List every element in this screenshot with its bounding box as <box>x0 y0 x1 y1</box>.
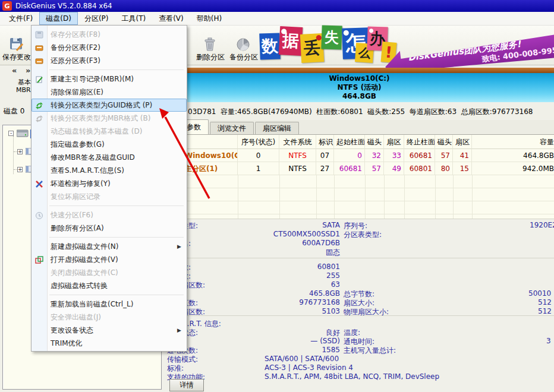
menubar-item-view[interactable]: 查看(V) <box>152 12 190 25</box>
menu-item-convert-to-mbr[interactable]: 转换分区表类型为MBR格式 (B) <box>32 112 187 125</box>
menu-item-close-virtual-disk-file[interactable]: 关闭虚拟磁盘文件(C) <box>32 266 187 279</box>
cell: NTFS <box>279 162 316 175</box>
details-button[interactable]: 详情 <box>169 379 204 391</box>
column-header[interactable]: 磁头 <box>365 135 384 149</box>
save-changes-label: 保存更改 <box>2 52 31 62</box>
menu-item-label: 保存分区表(F8) <box>51 30 100 39</box>
cell: 80 <box>435 162 453 175</box>
param-value: — (SSD) <box>202 337 340 345</box>
cell: 49 <box>384 162 404 175</box>
param-value: 1920E2 <box>530 221 554 229</box>
menu-item-new-virtual-disk-file[interactable]: 新建虚拟磁盘文件(N) ▶ <box>32 240 187 253</box>
menubar-item-tools[interactable]: 工具(T) <box>115 12 152 25</box>
menubar-item-disk[interactable]: 磁盘(D) <box>39 12 78 25</box>
param-value: 60801 <box>202 263 340 271</box>
svg-text:G: G <box>4 2 10 10</box>
menu-item-label: 坏道检测与修复(Y) <box>51 179 111 188</box>
cell: 464.8GB <box>472 149 554 162</box>
menu-item-label: 清除保留扇区(E) <box>51 88 103 96</box>
column-header[interactable]: 扇区 <box>453 135 472 149</box>
menu-item-change-device-status[interactable]: 更改设备状态 ▶ <box>32 324 187 337</box>
column-header[interactable]: 终止柱面 <box>404 135 435 149</box>
menu-item-open-virtual-disk-file[interactable]: 打开虚拟磁盘文件(V) <box>32 253 187 266</box>
column-header[interactable]: 磁头 <box>435 135 453 149</box>
menu-item-label: 安全弹出磁盘(J) <box>51 313 101 321</box>
menu-item-label: 修改MBR签名及磁盘GUID <box>51 153 135 162</box>
submenu-arrow-icon: ▶ <box>177 240 181 253</box>
menu-item-quick-partition[interactable]: 快速分区(F6) <box>32 208 187 222</box>
partition-block-c[interactable]: Windows10(C:) NTFS (活动) 464.8GB <box>165 73 554 102</box>
menu-item-restore-partition-table[interactable]: 还原分区表(F3) <box>32 54 187 67</box>
menu-item-backup-partition-table[interactable]: 备份分区表(F2) <box>32 41 187 54</box>
backup-box-icon <box>35 43 43 52</box>
param-value: 255 <box>202 271 340 280</box>
menu-item-label: TRIM优化 <box>51 339 83 347</box>
menu-item-virtual-disk-format-convert[interactable]: 虚拟磁盘格式转换 <box>32 279 187 292</box>
backup-partition-button[interactable]: 备份分区 <box>227 27 260 64</box>
menu-item-label: 重建主引导记录(MBR)(M) <box>51 75 134 83</box>
cell: 15 <box>453 162 472 175</box>
cell: 0 <box>238 149 279 162</box>
save-changes-button[interactable]: 保存更改 <box>0 27 33 64</box>
rebuild-mbr-icon <box>35 75 43 83</box>
menu-item-convert-to-guid[interactable]: 转换分区表类型为GUID格式 (P) <box>32 99 187 112</box>
menubar-item-help[interactable]: 帮助(H) <box>190 12 228 25</box>
clock-icon <box>35 211 43 219</box>
menu-item-safe-eject-disk[interactable]: 安全弹出磁盘(J) <box>32 311 187 324</box>
param-value: 976773168 <box>202 298 340 306</box>
tab-sector-edit[interactable]: 扇区编辑 <box>255 122 299 134</box>
menu-item-reload-current-disk[interactable]: 重新加载当前磁盘(Ctrl_L) <box>32 298 187 311</box>
table-row-windows10c[interactable]: Windows10(C:) 0 NTFS 07 0 32 33 60681 57… <box>165 149 554 162</box>
column-header[interactable]: 扇区 <box>384 135 404 149</box>
table-row-primary1[interactable]: 主分区(1) 1 NTFS 27 60681 57 49 60801 80 15… <box>165 162 554 175</box>
menu-item-trim-optimize[interactable]: TRIM优化 <box>32 337 187 350</box>
menubar-item-partition[interactable]: 分区(P) <box>78 12 115 25</box>
column-header[interactable]: 序号(状态) <box>238 135 279 149</box>
column-header[interactable]: 起始柱面 <box>334 135 365 149</box>
menu-item-rebuild-mbr[interactable]: 重建主引导记录(MBR)(M) <box>32 72 187 86</box>
param-value: S.M.A.R.T., APM, 48bit LBA, NCQ, TRIM, D… <box>265 372 439 381</box>
partition-scroll-arrows[interactable]: « » <box>12 66 33 75</box>
ad-tile: 失 <box>321 25 342 49</box>
cell: NTFS <box>279 149 316 162</box>
menu-separator <box>32 203 187 208</box>
disk-type-label-line1: 基本 <box>18 78 31 87</box>
disk-info-text: 03D781 容量:465.8GB(476940MB) 柱面数:60801 磁头… <box>188 107 533 117</box>
param-value: CT500MX500SSD1 <box>202 230 340 238</box>
floppy-icon <box>35 30 43 39</box>
menu-item-label: 删除所有分区(A) <box>51 224 104 232</box>
section-divider <box>165 219 554 219</box>
menu-item-delete-all-partitions[interactable]: 删除所有分区(A) <box>32 222 187 235</box>
disk-index-label: 磁盘 0 <box>4 106 24 116</box>
param-label: 主机写入量总计: <box>344 346 396 356</box>
menubar-item-file[interactable]: 文件(F) <box>2 12 39 25</box>
menu-item-change-mbr-signature-guid[interactable]: 修改MBR签名及磁盘GUID <box>32 151 187 164</box>
column-header[interactable]: 容量 <box>472 135 554 149</box>
menu-item-dynamic-to-basic[interactable]: 动态磁盘转换为基本磁盘 (D) <box>32 125 187 138</box>
cell: 33 <box>384 149 404 162</box>
tab-browse-files[interactable]: 浏览文件 <box>210 122 254 134</box>
column-header[interactable]: 标识 <box>316 135 334 149</box>
tree-expander-expand[interactable]: + <box>17 167 23 172</box>
disk-info-bar: 03D781 容量:465.8GB(476940MB) 柱面数:60801 磁头… <box>165 103 554 119</box>
tree-expander-expand[interactable]: + <box>17 149 23 154</box>
menu-item-view-smart-info[interactable]: 查看S.M.A.R.T.信息(S) <box>32 164 187 177</box>
column-header[interactable]: 文件系统 <box>279 135 316 149</box>
param-label: 分区表类型: <box>344 230 382 240</box>
menu-item-save-partition-table[interactable]: 保存分区表(F8) <box>32 28 187 41</box>
menu-item-bad-track-check-repair[interactable]: 坏道检测与修复(Y) <box>32 177 187 190</box>
menu-item-clear-reserved-sectors[interactable]: 清除保留扇区(E) <box>32 86 187 99</box>
menu-item-set-disk-parameters[interactable]: 指定磁盘参数(G) <box>32 138 187 151</box>
menu-item-label: 虚拟磁盘格式转换 <box>51 282 108 290</box>
trash-icon <box>203 37 218 52</box>
tree-connector <box>13 136 14 174</box>
param-value: SATA <box>202 221 340 229</box>
tree-expander-collapse[interactable]: - <box>8 131 14 136</box>
param-value: SATA/600 | SATA/600 <box>265 355 339 363</box>
ad-tile: 数 <box>259 33 281 59</box>
partition-block-size: 464.8GB <box>342 92 376 101</box>
param-value: 512 <box>538 307 552 315</box>
menu-item-label: 快速分区(F6) <box>51 211 93 219</box>
menu-item-reset-bad-sector-records[interactable]: 复位坏扇区记录 <box>32 190 187 203</box>
delete-partition-button[interactable]: 删除分区 <box>194 27 227 64</box>
